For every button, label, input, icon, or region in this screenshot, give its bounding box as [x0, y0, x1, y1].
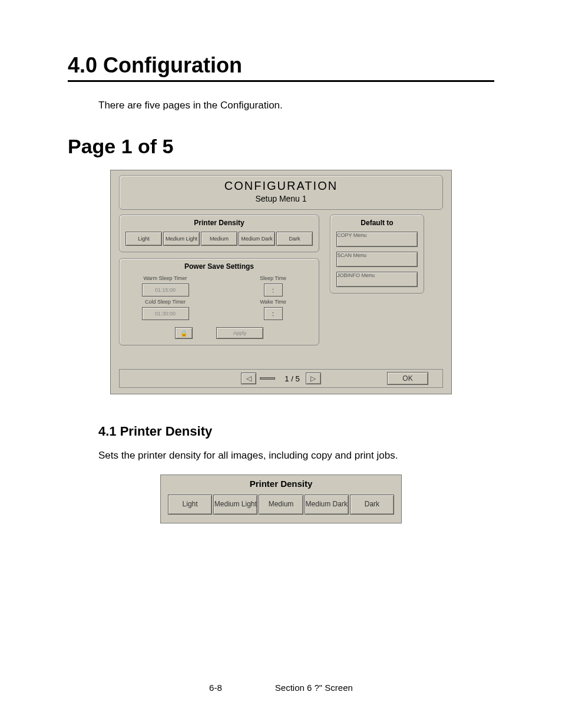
printer-density-description: Sets the printer density for all images,…: [98, 450, 494, 462]
heading-configuration: 4.0 Configuration: [68, 53, 494, 82]
configuration-screenshot: CONFIGURATION Setup Menu 1 Printer Densi…: [110, 170, 452, 394]
density-medium-light-button[interactable]: Medium Light: [163, 232, 200, 246]
page-footer-right: Section 6 ?" Screen: [275, 683, 353, 693]
power-save-group: Power Save Settings Warm Sleep Timer Sle…: [119, 258, 319, 345]
density-light-button[interactable]: Light: [125, 232, 162, 246]
default-copy-menu-button[interactable]: COPY Menu: [336, 232, 418, 247]
heading-page-1-of-5: Page 1 of 5: [68, 135, 494, 158]
page-footer-left: 6-8: [209, 683, 222, 693]
config-footer-bar: ◁ 1 / 5 ▷ OK: [119, 369, 443, 388]
ok-button[interactable]: OK: [387, 372, 428, 385]
config-title-frame: CONFIGURATION Setup Menu 1: [119, 175, 443, 210]
prev-page-button[interactable]: ◁: [241, 373, 256, 384]
density-medium-button[interactable]: Medium: [201, 232, 237, 246]
apply-button[interactable]: Apply: [216, 327, 263, 339]
density-dark-button[interactable]: Dark: [276, 232, 313, 246]
warm-sleep-value[interactable]: 01:15:00: [142, 284, 189, 297]
default-to-group: Default to COPY Menu SCAN Menu JOBINFO M…: [330, 215, 424, 294]
sleep-time-label: Sleep Time: [233, 275, 313, 281]
density2-medium-light-button[interactable]: Medium Light: [213, 495, 257, 515]
page-indicator: 1 / 5: [285, 374, 299, 383]
lock-icon[interactable]: 🔒: [175, 327, 193, 339]
density2-medium-dark-button[interactable]: Medium Dark: [305, 495, 349, 515]
density2-medium-button[interactable]: Medium: [259, 495, 303, 515]
cold-sleep-label: Cold Sleep Timer: [125, 299, 205, 305]
next-page-button[interactable]: ▷: [306, 373, 321, 384]
warm-sleep-label: Warm Sleep Timer: [125, 275, 205, 281]
power-save-title: Power Save Settings: [125, 262, 313, 271]
intro-text: There are five pages in the Configuratio…: [98, 100, 494, 111]
wake-time-label: Wake Time: [233, 299, 313, 305]
density2-title: Printer Density: [168, 479, 394, 489]
sleep-time-value[interactable]: :: [264, 284, 283, 297]
printer-density-title: Printer Density: [125, 219, 313, 227]
density-medium-dark-button[interactable]: Medium Dark: [239, 232, 275, 246]
default-to-title: Default to: [336, 219, 418, 227]
printer-density-group: Printer Density Light Medium Light Mediu…: [119, 215, 319, 252]
config-subtitle: Setup Menu 1: [120, 194, 442, 203]
density2-dark-button[interactable]: Dark: [350, 495, 394, 515]
page-footer: 6-8 Section 6 ?" Screen: [0, 683, 562, 693]
default-scan-menu-button[interactable]: SCAN Menu: [336, 252, 418, 267]
page-slider[interactable]: [260, 377, 275, 380]
density2-medium-dark-label: Medium Dark: [306, 500, 348, 508]
cold-sleep-value[interactable]: 01:30:00: [142, 307, 189, 320]
density2-medium-light-label: Medium Light: [214, 500, 257, 508]
wake-time-value[interactable]: :: [264, 307, 283, 320]
config-title: CONFIGURATION: [120, 179, 442, 193]
density2-light-button[interactable]: Light: [168, 495, 212, 515]
printer-density-screenshot: Printer Density Light Medium Light Mediu…: [160, 475, 402, 523]
default-jobinfo-menu-button[interactable]: JOBINFO Menu: [336, 272, 418, 287]
heading-printer-density: 4.1 Printer Density: [98, 424, 494, 439]
